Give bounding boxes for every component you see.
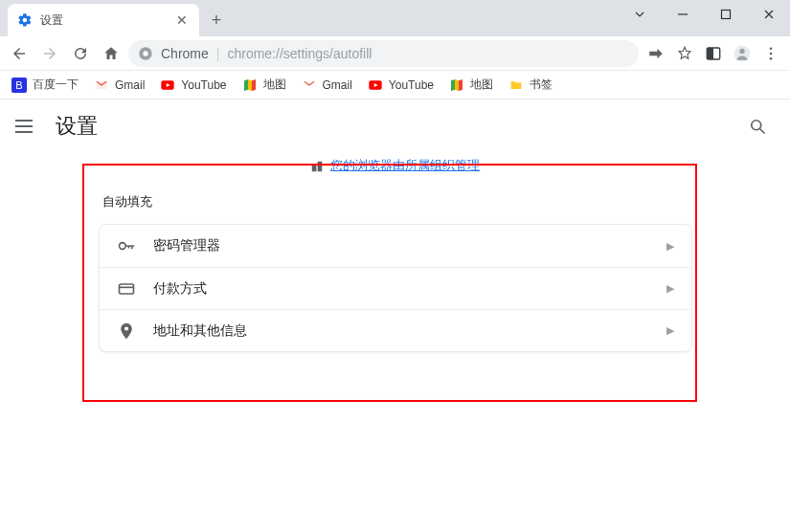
tab-title: 设置	[40, 12, 63, 29]
window-maximize-button[interactable]	[705, 0, 747, 29]
bookmark-item[interactable]: B 百度一下	[6, 73, 84, 97]
svg-rect-16	[119, 284, 133, 294]
window-close-button[interactable]	[748, 0, 790, 29]
key-icon	[117, 236, 136, 255]
settings-header: 设置	[0, 100, 790, 153]
tab-strip: 设置 ✕ +	[0, 0, 619, 36]
row-label: 密码管理器	[153, 237, 649, 255]
bookmark-label: YouTube	[389, 78, 434, 92]
row-label: 付款方式	[153, 280, 649, 298]
row-password-manager[interactable]: 密码管理器 ▶	[100, 225, 691, 267]
bookmark-item[interactable]: Gmail	[88, 74, 150, 97]
kebab-menu-button[interactable]	[757, 40, 784, 67]
chevron-right-icon: ▶	[666, 240, 674, 253]
managed-notice-link[interactable]: 您的浏览器由所属组织管理	[330, 158, 480, 172]
svg-rect-1	[722, 11, 731, 19]
baidu-icon: B	[11, 78, 27, 93]
autofill-card: 密码管理器 ▶ 付款方式 ▶ 地址和其他信息 ▶	[99, 224, 692, 352]
bookmark-label: 百度一下	[33, 77, 79, 93]
bookmark-item[interactable]: 地图	[237, 73, 292, 97]
bookmarks-bar: B 百度一下 Gmail YouTube 地图 Gmail YouTube 地图…	[0, 71, 790, 100]
svg-point-7	[739, 48, 744, 53]
bookmark-label: 地图	[470, 77, 493, 93]
bookmark-item[interactable]: Gmail	[296, 74, 358, 97]
building-icon	[310, 160, 324, 173]
chevron-right-icon: ▶	[666, 282, 674, 295]
gear-icon	[17, 12, 33, 28]
share-button[interactable]	[643, 40, 669, 67]
svg-point-9	[770, 52, 773, 55]
url-scheme-label: Chrome	[161, 46, 209, 61]
bookmark-label: 地图	[263, 77, 286, 93]
window-minimize-button[interactable]	[662, 0, 704, 29]
page-title: 设置	[56, 112, 98, 141]
maps-icon	[242, 78, 258, 93]
svg-point-15	[119, 243, 125, 250]
browser-tab-settings[interactable]: 设置 ✕	[8, 4, 199, 36]
bookmark-star-button[interactable]	[671, 40, 698, 67]
youtube-icon	[160, 78, 175, 93]
menu-button[interactable]	[15, 115, 38, 138]
settings-content: 您的浏览器由所属组织管理 自动填充 密码管理器 ▶ 付款方式 ▶	[0, 157, 790, 352]
back-button[interactable]	[6, 40, 33, 67]
chrome-logo-icon	[138, 46, 153, 61]
home-button[interactable]	[98, 40, 124, 67]
gmail-icon	[94, 78, 109, 93]
chevron-right-icon: ▶	[666, 324, 674, 337]
section-title: 自动填充	[102, 193, 692, 211]
bookmark-item[interactable]: 书签	[503, 73, 558, 97]
window-controls	[619, 0, 790, 29]
youtube-icon	[368, 78, 383, 93]
window-titlebar: 设置 ✕ +	[0, 0, 790, 36]
reload-button[interactable]	[67, 40, 94, 67]
svg-line-14	[760, 129, 765, 134]
bookmark-label: Gmail	[115, 78, 145, 92]
svg-point-13	[752, 121, 761, 130]
search-button[interactable]	[740, 109, 775, 144]
tab-close-button[interactable]: ✕	[174, 12, 190, 28]
bookmark-label: Gmail	[323, 78, 352, 92]
bookmark-label: YouTube	[181, 78, 226, 92]
url-path: chrome://settings/autofill	[227, 46, 629, 61]
managed-notice: 您的浏览器由所属组织管理	[0, 157, 790, 174]
svg-point-3	[143, 51, 147, 55]
bookmark-item[interactable]: YouTube	[362, 74, 440, 97]
forward-button[interactable]	[36, 40, 63, 67]
bookmark-item[interactable]: 地图	[443, 73, 499, 97]
svg-rect-5	[707, 48, 713, 59]
autofill-section: 自动填充 密码管理器 ▶ 付款方式 ▶ 地址和其他信息	[99, 193, 692, 352]
svg-point-10	[770, 56, 773, 59]
url-separator: |	[216, 46, 220, 61]
row-label: 地址和其他信息	[153, 322, 649, 340]
new-tab-button[interactable]: +	[203, 7, 230, 33]
folder-icon	[508, 78, 524, 93]
profile-avatar-button[interactable]	[729, 40, 756, 67]
row-addresses[interactable]: 地址和其他信息 ▶	[100, 309, 691, 351]
toolbar-right-icons	[643, 40, 784, 67]
bookmark-item[interactable]: YouTube	[154, 74, 232, 97]
row-payment-methods[interactable]: 付款方式 ▶	[100, 267, 691, 309]
address-bar[interactable]: Chrome | chrome://settings/autofill	[128, 40, 639, 67]
bookmark-label: 书签	[530, 77, 553, 93]
location-pin-icon	[117, 321, 136, 341]
credit-card-icon	[117, 279, 136, 299]
gmail-icon	[302, 78, 317, 93]
side-panel-button[interactable]	[700, 40, 727, 67]
window-dropdown-button[interactable]	[619, 0, 661, 29]
maps-icon	[449, 78, 464, 93]
svg-point-8	[770, 47, 773, 50]
navigation-toolbar: Chrome | chrome://settings/autofill	[0, 36, 790, 71]
